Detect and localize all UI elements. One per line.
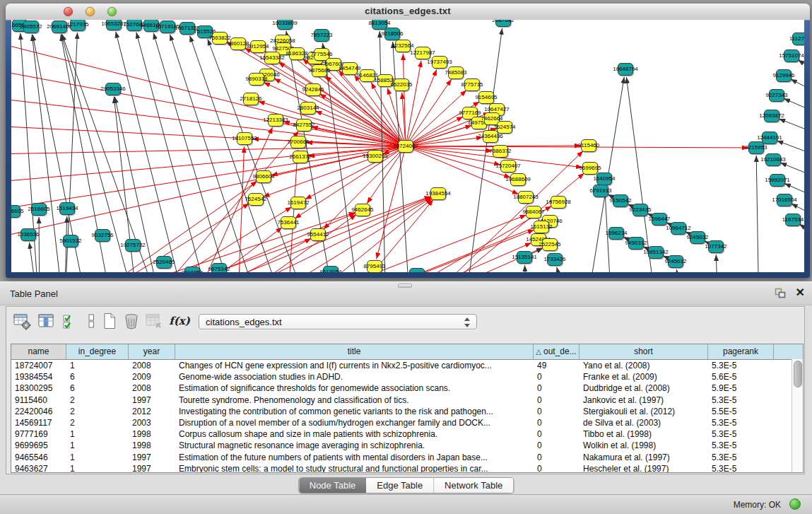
- graph-edge[interactable]: [716, 255, 717, 272]
- graph-edge[interactable]: [153, 33, 235, 272]
- graph-node[interactable]: 12217987: [415, 47, 430, 59]
- graph-edge[interactable]: [170, 34, 260, 272]
- graph-edge[interactable]: [676, 269, 681, 272]
- graph-edge[interactable]: [525, 265, 527, 272]
- graph-node[interactable]: 1077342: [708, 240, 724, 253]
- graph-edge[interactable]: [799, 224, 804, 237]
- graph-node[interactable]: 1112704: [792, 33, 804, 45]
- scrollbar-thumb[interactable]: [794, 361, 802, 387]
- graph-edge[interactable]: [295, 150, 400, 218]
- graph-node[interactable]: 8795493: [367, 260, 382, 272]
- graph-node[interactable]: 3624574: [497, 121, 512, 134]
- graph-node[interactable]: 16951342: [648, 246, 664, 259]
- graph-node[interactable]: 9154695: [478, 91, 494, 104]
- graph-edge[interactable]: [407, 61, 421, 140]
- new-document-icon[interactable]: [100, 311, 119, 331]
- graph-node[interactable]: 6522035: [394, 78, 409, 91]
- graph-node[interactable]: 16033809: [277, 20, 293, 30]
- memory-ok-indicator[interactable]: [789, 498, 801, 510]
- graph-edge[interactable]: [264, 83, 400, 144]
- graph-edge[interactable]: [136, 33, 211, 272]
- split-divider-grip[interactable]: [398, 284, 412, 288]
- graph-edge[interactable]: [411, 117, 463, 144]
- graph-node[interactable]: 16210643: [765, 153, 781, 166]
- graph-node[interactable]: 10688609: [510, 173, 526, 186]
- graph-node[interactable]: 9554412: [310, 228, 326, 241]
- graph-node[interactable]: 7386372: [493, 145, 508, 158]
- table-row[interactable]: 1938455462009Genome-wide association stu…: [11, 371, 803, 382]
- close-panel-icon[interactable]: ✕: [796, 287, 805, 298]
- table-options-icon[interactable]: [12, 311, 32, 331]
- graph-node[interactable]: 9860128: [230, 37, 246, 50]
- graph-node[interactable]: 2661372: [293, 151, 308, 163]
- graph-node[interactable]: 8427552: [296, 119, 312, 132]
- graph-node[interactable]: 8186328: [289, 47, 305, 60]
- graph-node[interactable]: 9227343: [769, 89, 784, 102]
- graph-node[interactable]: 1696447: [652, 213, 667, 226]
- graph-edge[interactable]: [11, 148, 399, 238]
- column-header-name[interactable]: name: [11, 344, 66, 359]
- graph-node[interactable]: 2718126: [243, 93, 259, 105]
- column-header-out-de-[interactable]: △out_de...: [534, 344, 579, 359]
- graph-node[interactable]: 9699695: [582, 162, 598, 175]
- delete-table-icon[interactable]: [144, 311, 164, 331]
- graph-node[interactable]: 12213383: [268, 114, 283, 127]
- graph-node[interactable]: 7536441: [281, 216, 296, 229]
- graph-node[interactable]: 15135141: [517, 251, 532, 264]
- table-row[interactable]: 946362711997Embryonic stem cells: a mode…: [11, 463, 803, 473]
- graph-node[interactable]: 1519434: [59, 202, 75, 215]
- graph-node[interactable]: 15992071: [770, 174, 785, 187]
- table-selector-dropdown[interactable]: citations_edges.txt: [199, 314, 477, 329]
- graph-node[interactable]: 19384554: [430, 187, 446, 200]
- graph-node[interactable]: 8912954: [250, 40, 266, 53]
- float-panel-icon[interactable]: [775, 288, 786, 298]
- graph-edge[interactable]: [30, 243, 39, 272]
- graph-node[interactable]: 9242845: [305, 83, 321, 96]
- graph-node[interactable]: 15751074: [784, 49, 799, 62]
- graph-node[interactable]: 2522545: [542, 238, 558, 251]
- graph-node[interactable]: 1700665: [290, 136, 306, 148]
- graph-node[interactable]: 1217935: [70, 20, 86, 31]
- graph-node[interactable]: 9223435: [632, 204, 648, 216]
- graph-node[interactable]: 1167534: [785, 214, 801, 226]
- graph-edge[interactable]: [367, 243, 531, 272]
- graph-node[interactable]: 10719185: [160, 21, 175, 33]
- graph-node[interactable]: 2803144: [300, 102, 316, 115]
- tab-edge-table[interactable]: Edge Table: [366, 478, 433, 493]
- graph-node[interactable]: 1696234: [608, 227, 624, 240]
- graph-node[interactable]: 7485083: [448, 66, 464, 79]
- graph-node[interactable]: 9115460: [581, 139, 596, 152]
- graph-node[interactable]: 9150542: [613, 194, 628, 207]
- graph-node[interactable]: 24364436: [483, 130, 498, 143]
- graph-node[interactable]: 9032756: [95, 229, 110, 242]
- graph-node[interactable]: 9245612: [668, 255, 683, 268]
- show-columns-icon[interactable]: [36, 311, 56, 331]
- graph-node[interactable]: 5901532: [63, 235, 78, 247]
- graph-node[interactable]: 1615132: [534, 221, 549, 233]
- window-titlebar[interactable]: citations_edges.txt: [6, 4, 810, 21]
- graph-node[interactable]: 10653287: [106, 20, 122, 30]
- column-header-year[interactable]: year: [129, 344, 175, 359]
- graph-node[interactable]: 1232564: [395, 40, 411, 52]
- graph-node[interactable]: 8454749: [342, 62, 358, 75]
- graph-node[interactable]: 9218506: [384, 28, 400, 40]
- graph-node[interactable]: 8775715: [464, 78, 480, 91]
- graph-node[interactable]: 8215953: [748, 141, 764, 154]
- graph-node[interactable]: 9146821: [360, 69, 375, 82]
- graph-node[interactable]: 18807243: [518, 191, 534, 204]
- graph-edge[interactable]: [371, 83, 402, 141]
- graph-edge[interactable]: [791, 79, 804, 93]
- graph-edge[interactable]: [39, 217, 40, 272]
- graph-node[interactable]: 29053346: [105, 83, 121, 95]
- select-checkmarks-icon[interactable]: [60, 311, 80, 331]
- graph-edge[interactable]: [798, 60, 804, 73]
- graph-node[interactable]: 1640954: [596, 173, 612, 185]
- network-canvas[interactable]: 1665532240557220691406121793510653287152…: [11, 20, 804, 272]
- graph-node[interactable]: 9875342: [211, 263, 227, 272]
- graph-node[interactable]: 2516605: [11, 205, 20, 218]
- tab-network-table[interactable]: Network Table: [433, 478, 513, 493]
- graph-edge[interactable]: [777, 141, 804, 156]
- column-header-in-degree[interactable]: in_degree: [66, 344, 129, 359]
- graph-node[interactable]: 2616605: [31, 203, 47, 216]
- graph-node[interactable]: 9156542: [409, 268, 425, 272]
